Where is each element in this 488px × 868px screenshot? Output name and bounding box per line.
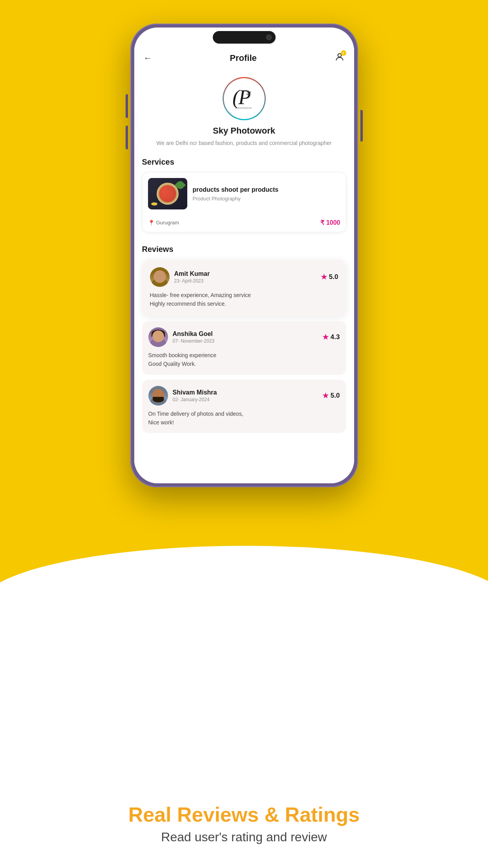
phone-mockup: ← Profile 1: [130, 24, 358, 487]
service-price: ₹ 1000: [320, 219, 340, 226]
phone-outer-frame: ← Profile 1: [130, 24, 358, 487]
bottom-section: Real Reviews & Ratings Read user's ratin…: [0, 788, 488, 868]
svg-text:Photowork: Photowork: [235, 106, 252, 110]
services-section: Services: [134, 151, 354, 239]
reviews-title: Reviews: [142, 245, 346, 254]
phone-power-button: [360, 110, 363, 141]
avatar-beard: [153, 397, 164, 402]
rating-badge-3: ★ 5.0: [322, 391, 340, 400]
service-card-bottom: 📍 Gurugram ₹ 1000: [143, 215, 346, 232]
review-header-2: Anshika Goel 07- November-2023 ★ 4.3: [148, 327, 340, 347]
reviewer-left-3: Shivam Mishra 02- January-2024: [148, 386, 217, 406]
service-location: 📍 Gurugram: [148, 220, 179, 226]
service-card[interactable]: products shoot per products Product Phot…: [142, 172, 346, 232]
reviewer-info-1: Amit Kumar 23- April-2023: [174, 270, 210, 284]
profile-avatar: (P 47 Photowork: [223, 77, 266, 120]
review-card-3: Shivam Mishra 02- January-2024 ★ 5.0 On …: [142, 380, 346, 433]
rating-value-3: 5.0: [331, 392, 340, 400]
location-text: Gurugram: [156, 220, 179, 226]
back-button[interactable]: ←: [144, 53, 152, 63]
reviewer-date-2: 07- November-2023: [173, 338, 215, 344]
front-camera: [266, 35, 272, 40]
reviewer-avatar-anshika: [148, 327, 168, 347]
rating-value-2: 4.3: [331, 333, 340, 341]
reviewer-left-1: Amit Kumar 23- April-2023: [150, 267, 210, 287]
food-photo-art: [148, 178, 187, 209]
profile-section: (P 47 Photowork Sky Photowork We are Del…: [134, 69, 354, 151]
rating-badge-2: ★ 4.3: [322, 333, 340, 341]
reviewer-name-2: Anshika Goel: [173, 330, 215, 338]
reviewer-name-3: Shivam Mishra: [173, 389, 217, 396]
star-icon-2: ★: [322, 333, 329, 341]
review-header-1: Amit Kumar 23- April-2023 ★ 5.0: [150, 267, 338, 287]
star-icon-1: ★: [321, 273, 327, 281]
notch-area: [134, 28, 354, 47]
star-icon-3: ★: [322, 391, 329, 400]
services-title: Services: [142, 158, 346, 167]
reviewer-avatar-shivam: [148, 386, 168, 406]
reviewer-avatar-amit: [150, 267, 170, 287]
profile-bio: We are Delhi ncr based fashion, products…: [152, 139, 335, 147]
background-curve: [0, 546, 488, 664]
review-card-2: Anshika Goel 07- November-2023 ★ 4.3 Smo…: [142, 321, 346, 375]
service-info: products shoot per products Product Phot…: [193, 186, 340, 202]
review-card-1: Amit Kumar 23- April-2023 ★ 5.0 Hassle- …: [142, 259, 346, 316]
avatar-face: [152, 330, 164, 342]
phone-content-scroll[interactable]: (P 47 Photowork Sky Photowork We are Del…: [134, 69, 354, 483]
app-header: ← Profile 1: [134, 47, 354, 69]
reviewer-date-3: 02- January-2024: [173, 397, 217, 402]
page-title: Profile: [230, 53, 256, 63]
avatar-inner: (P 47 Photowork: [225, 79, 264, 118]
service-category: Product Photography: [193, 196, 340, 202]
reviewer-name-1: Amit Kumar: [174, 270, 210, 277]
service-image: [148, 178, 187, 209]
rating-badge-1: ★ 5.0: [321, 273, 338, 281]
sp-logo-text: (P 47 Photowork: [230, 84, 258, 114]
service-card-top: products shoot per products Product Phot…: [143, 172, 346, 215]
svg-text:47: 47: [246, 91, 251, 97]
review-header-3: Shivam Mishra 02- January-2024 ★ 5.0: [148, 386, 340, 406]
reviewer-info-2: Anshika Goel 07- November-2023: [173, 330, 215, 344]
phone-volume-up: [126, 94, 128, 118]
food-on-plate: [159, 185, 176, 202]
review-text-2: Smooth booking experienceGood Quality Wo…: [148, 351, 340, 369]
avatar-face: [154, 270, 166, 283]
service-name: products shoot per products: [193, 186, 340, 194]
review-text-3: On Time delivery of photos and videos,Ni…: [148, 409, 340, 427]
bottom-title: Real Reviews & Ratings: [16, 804, 472, 826]
reviewer-date-1: 23- April-2023: [174, 278, 210, 284]
phone-screen: ← Profile 1: [134, 28, 354, 483]
phone-volume-down: [126, 126, 128, 149]
svg-text:(P: (P: [232, 86, 250, 109]
bottom-subtitle: Read user's rating and review: [16, 830, 472, 844]
garnish2: [151, 202, 157, 206]
notification-badge: 1: [341, 50, 346, 56]
reviews-section: Reviews Amit Kumar 23- A: [134, 239, 354, 442]
profile-name: Sky Photowork: [213, 126, 275, 136]
location-pin-icon: 📍: [148, 220, 155, 226]
reviewer-left-2: Anshika Goel 07- November-2023: [148, 327, 215, 347]
dynamic-island: [213, 31, 276, 44]
reviewer-info-3: Shivam Mishra 02- January-2024: [173, 389, 217, 402]
review-text-1: Hassle- free experience, Amazing service…: [150, 291, 338, 308]
profile-icon-button[interactable]: 1: [334, 52, 345, 64]
sp-logo: (P 47 Photowork: [230, 84, 258, 114]
rating-value-1: 5.0: [329, 273, 338, 281]
